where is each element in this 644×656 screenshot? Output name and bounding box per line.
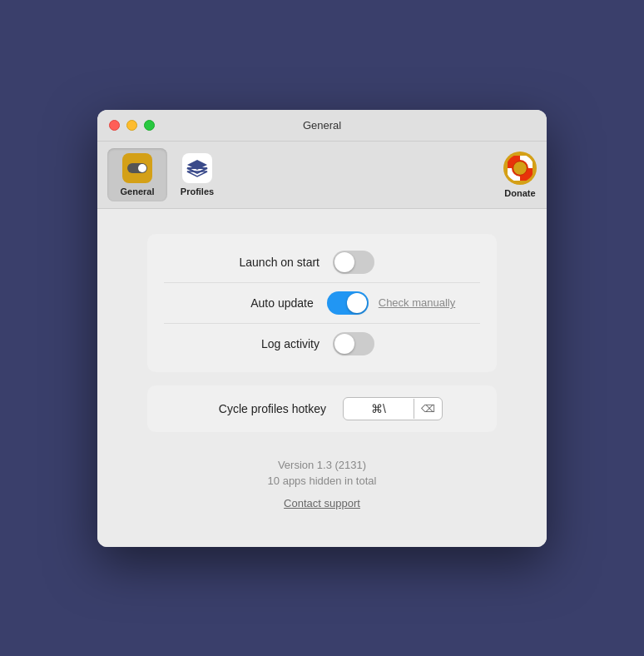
version-text: Version 1.3 (2131)	[164, 459, 480, 471]
svg-point-7	[514, 162, 525, 173]
auto-update-track	[327, 291, 369, 315]
footer: Version 1.3 (2131) 10 apps hidden in tot…	[147, 445, 497, 530]
hotkey-section: Cycle profiles hotkey ⌘\ ⌫	[147, 385, 497, 432]
launch-on-start-thumb	[334, 252, 354, 272]
toggle-settings-section: Launch on start Auto update	[147, 234, 497, 372]
log-activity-toggle[interactable]	[333, 332, 374, 355]
toolbar: General Profiles	[97, 142, 547, 209]
log-activity-track	[333, 332, 374, 355]
auto-update-controls: Check manually	[327, 291, 456, 315]
close-button[interactable]	[109, 120, 120, 131]
hotkey-value: ⌘\	[344, 398, 414, 420]
log-activity-label: Log activity	[195, 337, 320, 350]
tab-profiles-label: Profiles	[181, 186, 214, 196]
title-bar: General	[97, 110, 547, 142]
auto-update-thumb	[347, 293, 367, 313]
tab-general[interactable]: General	[107, 148, 167, 201]
hotkey-label: Cycle profiles hotkey	[201, 402, 326, 415]
contact-support-link[interactable]: Contact support	[284, 497, 360, 509]
log-activity-thumb	[334, 334, 354, 354]
launch-on-start-track	[333, 251, 374, 274]
check-manually-link[interactable]: Check manually	[379, 296, 456, 309]
log-activity-row: Log activity	[164, 323, 480, 364]
general-icon	[122, 153, 152, 183]
launch-on-start-toggle[interactable]	[333, 251, 374, 274]
profiles-icon	[182, 153, 212, 183]
apps-hidden-text: 10 apps hidden in total	[164, 475, 480, 487]
svg-point-1	[138, 164, 146, 172]
tab-general-label: General	[121, 186, 155, 196]
auto-update-toggle[interactable]	[327, 291, 369, 315]
donate-label: Donate	[504, 188, 535, 198]
traffic-lights	[109, 120, 155, 131]
auto-update-row: Auto update Check manually	[164, 282, 480, 323]
content-area: Launch on start Auto update	[97, 209, 547, 547]
hotkey-input-container[interactable]: ⌘\ ⌫	[343, 397, 443, 420]
log-activity-controls	[333, 332, 449, 355]
tab-profiles[interactable]: Profiles	[167, 148, 227, 201]
hotkey-clear-button[interactable]: ⌫	[414, 399, 442, 419]
toolbar-left: General Profiles	[107, 148, 227, 201]
maximize-button[interactable]	[144, 120, 155, 131]
launch-on-start-controls	[333, 251, 449, 274]
launch-on-start-row: Launch on start	[164, 242, 480, 282]
donate-button[interactable]: Donate	[503, 152, 537, 198]
window-title: General	[303, 119, 341, 132]
launch-on-start-label: Launch on start	[195, 256, 320, 269]
minimize-button[interactable]	[126, 120, 137, 131]
auto-update-label: Auto update	[189, 296, 314, 310]
donate-icon	[503, 152, 537, 185]
app-window: General General	[97, 110, 547, 547]
